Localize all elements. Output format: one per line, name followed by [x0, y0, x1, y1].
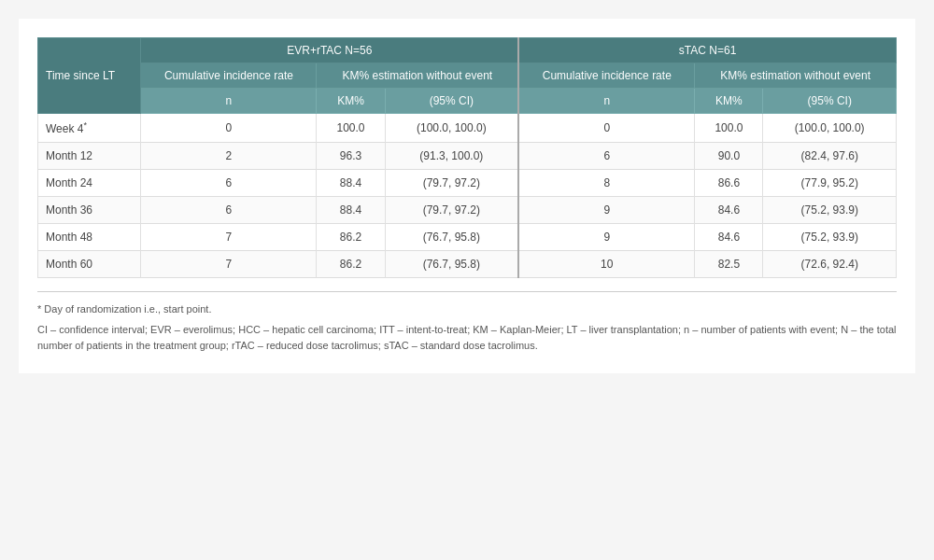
cell-g2-km: 84.6 — [695, 224, 763, 251]
cell-g1-ci: (100.0, 100.0) — [385, 114, 518, 143]
header-row-groups: Time since LT EVR+rTAC N=56 sTAC N=61 — [38, 38, 897, 63]
th-g1-km-est: KM% estimation without event — [317, 63, 518, 89]
cell-g2-km: 86.6 — [695, 170, 763, 197]
cell-g2-n: 0 — [518, 114, 695, 143]
header-row-subgroups: Cumulative incidence rate KM% estimation… — [38, 63, 897, 89]
cell-g2-ci: (100.0, 100.0) — [763, 114, 897, 143]
cell-g2-ci: (77.9, 95.2) — [763, 170, 897, 197]
cell-g2-km: 84.6 — [695, 197, 763, 224]
cell-g1-ci: (91.3, 100.0) — [385, 143, 518, 170]
cell-g1-ci: (79.7, 97.2) — [385, 197, 518, 224]
cell-g2-km: 90.0 — [695, 143, 763, 170]
table-row: Month 48786.2(76.7, 95.8)984.6(75.2, 93.… — [38, 224, 897, 251]
cell-g1-km: 96.3 — [317, 143, 385, 170]
cell-g1-km: 88.4 — [317, 197, 385, 224]
th-group2: sTAC N=61 — [518, 38, 896, 63]
cell-time: Week 4* — [38, 114, 141, 143]
cell-g2-n: 8 — [518, 170, 695, 197]
superscript: * — [83, 120, 87, 130]
th-time-label: Time since LT — [46, 69, 115, 82]
header-row-cols: n KM% (95% CI) n KM% (95% CI) — [38, 89, 897, 114]
cell-g1-km: 86.2 — [317, 251, 385, 278]
table-row: Month 36688.4(79.7, 97.2)984.6(75.2, 93.… — [38, 197, 897, 224]
cell-time: Month 24 — [38, 170, 141, 197]
th-empty-1: Time since LT — [38, 38, 141, 114]
cell-g1-km: 100.0 — [317, 114, 385, 143]
table-body: Week 4*0100.0(100.0, 100.0)0100.0(100.0,… — [38, 114, 897, 278]
th-g2-km: KM% — [695, 89, 763, 114]
cell-g2-n: 9 — [518, 224, 695, 251]
th-g2-cum-inc: Cumulative incidence rate — [518, 63, 695, 89]
cell-g1-n: 6 — [141, 170, 317, 197]
cell-g1-ci: (76.7, 95.8) — [385, 224, 518, 251]
cell-g2-n: 6 — [518, 143, 695, 170]
page-container: Time since LT EVR+rTAC N=56 sTAC N=61 Cu… — [19, 19, 915, 373]
th-g1-km: KM% — [317, 89, 385, 114]
table-row: Week 4*0100.0(100.0, 100.0)0100.0(100.0,… — [38, 114, 897, 143]
th-group1: EVR+rTAC N=56 — [141, 38, 518, 63]
cell-g2-n: 10 — [518, 251, 695, 278]
cell-g2-n: 9 — [518, 197, 695, 224]
cell-g2-ci: (75.2, 93.9) — [763, 224, 897, 251]
cell-g2-ci: (82.4, 97.6) — [763, 143, 897, 170]
cell-g2-ci: (75.2, 93.9) — [763, 197, 897, 224]
cell-g2-km: 82.5 — [695, 251, 763, 278]
footnote-line1: * Day of randomization i.e., start point… — [37, 301, 897, 318]
cell-g1-n: 0 — [141, 114, 317, 143]
cell-g1-ci: (76.7, 95.8) — [385, 251, 518, 278]
cell-time: Month 12 — [38, 143, 141, 170]
table-row: Month 12296.3(91.3, 100.0)690.0(82.4, 97… — [38, 143, 897, 170]
th-g1-ci: (95% CI) — [385, 89, 518, 114]
data-table: Time since LT EVR+rTAC N=56 sTAC N=61 Cu… — [37, 37, 897, 278]
cell-g1-n: 7 — [141, 224, 317, 251]
table-row: Month 60786.2(76.7, 95.8)1082.5(72.6, 92… — [38, 251, 897, 278]
footnote-line2: CI – confidence interval; EVR – everolim… — [37, 322, 897, 355]
th-g2-km-est: KM% estimation without event — [695, 63, 897, 89]
footnote-section: * Day of randomization i.e., start point… — [37, 291, 897, 355]
cell-g2-ci: (72.6, 92.4) — [763, 251, 897, 278]
cell-time: Month 60 — [38, 251, 141, 278]
table-row: Month 24688.4(79.7, 97.2)886.6(77.9, 95.… — [38, 170, 897, 197]
cell-time: Month 48 — [38, 224, 141, 251]
th-g2-n: n — [518, 89, 695, 114]
cell-g1-ci: (79.7, 97.2) — [385, 170, 518, 197]
cell-g1-n: 6 — [141, 197, 317, 224]
th-g2-ci: (95% CI) — [763, 89, 897, 114]
cell-g1-km: 88.4 — [317, 170, 385, 197]
th-g1-cum-inc: Cumulative incidence rate — [141, 63, 317, 89]
cell-g1-km: 86.2 — [317, 224, 385, 251]
cell-g2-km: 100.0 — [695, 114, 763, 143]
cell-g1-n: 2 — [141, 143, 317, 170]
th-g1-n: n — [141, 89, 317, 114]
cell-g1-n: 7 — [141, 251, 317, 278]
cell-time: Month 36 — [38, 197, 141, 224]
